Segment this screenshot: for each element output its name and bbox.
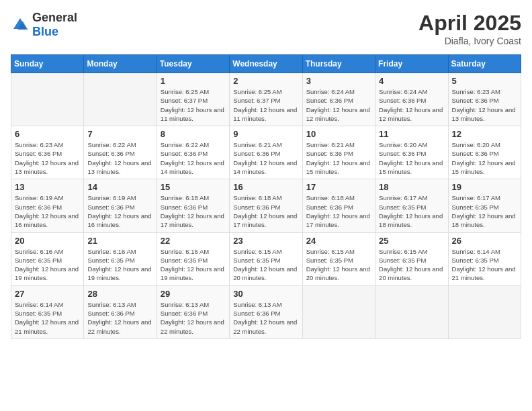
day-info: Sunrise: 6:16 AM Sunset: 6:35 PM Dayligh… — [87, 247, 152, 283]
day-number: 23 — [233, 236, 298, 246]
day-info: Sunrise: 6:23 AM Sunset: 6:36 PM Dayligh… — [452, 87, 517, 123]
day-info: Sunrise: 6:13 AM Sunset: 6:36 PM Dayligh… — [87, 300, 152, 336]
days-header-row: SundayMondayTuesdayWednesdayThursdayFrid… — [11, 55, 521, 73]
day-number: 11 — [379, 129, 444, 139]
day-number: 17 — [306, 182, 371, 192]
day-number: 30 — [233, 289, 298, 299]
day-number: 20 — [15, 236, 80, 246]
calendar: SundayMondayTuesdayWednesdayThursdayFrid… — [11, 54, 521, 339]
day-info: Sunrise: 6:18 AM Sunset: 6:36 PM Dayligh… — [161, 193, 226, 229]
day-info: Sunrise: 6:14 AM Sunset: 6:35 PM Dayligh… — [15, 300, 80, 336]
calendar-cell: 13Sunrise: 6:19 AM Sunset: 6:36 PM Dayli… — [11, 179, 84, 232]
day-number: 1 — [161, 76, 226, 86]
logo-blue: Blue — [32, 25, 58, 38]
logo: General Blue — [11, 11, 77, 39]
day-number: 22 — [161, 236, 226, 246]
header: General Blue April 2025 Diafla, Ivory Co… — [11, 11, 521, 46]
calendar-cell: 15Sunrise: 6:18 AM Sunset: 6:36 PM Dayli… — [157, 179, 229, 232]
calendar-cell: 25Sunrise: 6:15 AM Sunset: 6:35 PM Dayli… — [375, 232, 448, 285]
day-info: Sunrise: 6:25 AM Sunset: 6:37 PM Dayligh… — [233, 87, 298, 123]
day-number: 14 — [87, 182, 152, 192]
day-info: Sunrise: 6:23 AM Sunset: 6:36 PM Dayligh… — [15, 140, 80, 176]
calendar-cell: 22Sunrise: 6:16 AM Sunset: 6:35 PM Dayli… — [157, 232, 229, 285]
day-number: 29 — [161, 289, 226, 299]
calendar-cell: 11Sunrise: 6:20 AM Sunset: 6:36 PM Dayli… — [375, 126, 448, 179]
day-info: Sunrise: 6:22 AM Sunset: 6:36 PM Dayligh… — [161, 140, 226, 176]
logo-general: General — [32, 11, 77, 24]
day-header-friday: Friday — [375, 55, 448, 73]
day-info: Sunrise: 6:21 AM Sunset: 6:36 PM Dayligh… — [233, 140, 298, 176]
day-info: Sunrise: 6:21 AM Sunset: 6:36 PM Dayligh… — [306, 140, 371, 176]
calendar-cell: 7Sunrise: 6:22 AM Sunset: 6:36 PM Daylig… — [84, 126, 157, 179]
calendar-cell: 26Sunrise: 6:14 AM Sunset: 6:35 PM Dayli… — [448, 232, 521, 285]
calendar-cell: 1Sunrise: 6:25 AM Sunset: 6:37 PM Daylig… — [157, 73, 229, 126]
day-info: Sunrise: 6:17 AM Sunset: 6:35 PM Dayligh… — [379, 193, 444, 229]
day-info: Sunrise: 6:16 AM Sunset: 6:35 PM Dayligh… — [15, 247, 80, 283]
day-number: 10 — [306, 129, 371, 139]
day-info: Sunrise: 6:20 AM Sunset: 6:36 PM Dayligh… — [452, 140, 517, 176]
day-info: Sunrise: 6:19 AM Sunset: 6:36 PM Dayligh… — [87, 193, 152, 229]
day-number: 18 — [379, 182, 444, 192]
calendar-cell: 30Sunrise: 6:13 AM Sunset: 6:36 PM Dayli… — [230, 285, 302, 338]
day-info: Sunrise: 6:20 AM Sunset: 6:36 PM Dayligh… — [379, 140, 444, 176]
calendar-cell: 29Sunrise: 6:13 AM Sunset: 6:36 PM Dayli… — [157, 285, 229, 338]
day-info: Sunrise: 6:15 AM Sunset: 6:35 PM Dayligh… — [306, 247, 371, 283]
day-number: 6 — [15, 129, 80, 139]
day-header-sunday: Sunday — [11, 55, 84, 73]
calendar-cell — [84, 73, 157, 126]
week-row-4: 20Sunrise: 6:16 AM Sunset: 6:35 PM Dayli… — [11, 232, 521, 285]
calendar-cell: 2Sunrise: 6:25 AM Sunset: 6:37 PM Daylig… — [230, 73, 302, 126]
calendar-cell: 9Sunrise: 6:21 AM Sunset: 6:36 PM Daylig… — [230, 126, 302, 179]
day-number: 16 — [233, 182, 298, 192]
day-header-thursday: Thursday — [302, 55, 375, 73]
calendar-cell: 16Sunrise: 6:18 AM Sunset: 6:36 PM Dayli… — [230, 179, 302, 232]
day-number: 9 — [233, 129, 298, 139]
day-info: Sunrise: 6:15 AM Sunset: 6:35 PM Dayligh… — [379, 247, 444, 283]
day-info: Sunrise: 6:18 AM Sunset: 6:36 PM Dayligh… — [306, 193, 371, 229]
day-info: Sunrise: 6:24 AM Sunset: 6:36 PM Dayligh… — [379, 87, 444, 123]
calendar-cell: 12Sunrise: 6:20 AM Sunset: 6:36 PM Dayli… — [448, 126, 521, 179]
day-info: Sunrise: 6:19 AM Sunset: 6:36 PM Dayligh… — [15, 193, 80, 229]
calendar-cell: 24Sunrise: 6:15 AM Sunset: 6:35 PM Dayli… — [302, 232, 375, 285]
calendar-cell: 21Sunrise: 6:16 AM Sunset: 6:35 PM Dayli… — [84, 232, 157, 285]
logo-icon — [11, 15, 30, 34]
sub-title: Diafla, Ivory Coast — [418, 36, 521, 46]
calendar-cell — [11, 73, 84, 126]
calendar-cell: 19Sunrise: 6:17 AM Sunset: 6:35 PM Dayli… — [448, 179, 521, 232]
day-info: Sunrise: 6:22 AM Sunset: 6:36 PM Dayligh… — [87, 140, 152, 176]
day-number: 28 — [87, 289, 152, 299]
day-number: 25 — [379, 236, 444, 246]
calendar-cell — [302, 285, 375, 338]
week-row-2: 6Sunrise: 6:23 AM Sunset: 6:36 PM Daylig… — [11, 126, 521, 179]
day-number: 7 — [87, 129, 152, 139]
day-number: 19 — [452, 182, 517, 192]
calendar-cell: 3Sunrise: 6:24 AM Sunset: 6:36 PM Daylig… — [302, 73, 375, 126]
day-number: 2 — [233, 76, 298, 86]
day-info: Sunrise: 6:18 AM Sunset: 6:36 PM Dayligh… — [233, 193, 298, 229]
day-number: 26 — [452, 236, 517, 246]
day-number: 24 — [306, 236, 371, 246]
calendar-cell — [375, 285, 448, 338]
main-title: April 2025 — [418, 11, 521, 36]
calendar-cell: 10Sunrise: 6:21 AM Sunset: 6:36 PM Dayli… — [302, 126, 375, 179]
calendar-cell: 27Sunrise: 6:14 AM Sunset: 6:35 PM Dayli… — [11, 285, 84, 338]
day-info: Sunrise: 6:14 AM Sunset: 6:35 PM Dayligh… — [452, 247, 517, 283]
title-area: April 2025 Diafla, Ivory Coast — [418, 11, 521, 46]
day-number: 27 — [15, 289, 80, 299]
calendar-cell: 20Sunrise: 6:16 AM Sunset: 6:35 PM Dayli… — [11, 232, 84, 285]
calendar-cell: 28Sunrise: 6:13 AM Sunset: 6:36 PM Dayli… — [84, 285, 157, 338]
day-info: Sunrise: 6:15 AM Sunset: 6:35 PM Dayligh… — [233, 247, 298, 283]
day-number: 15 — [161, 182, 226, 192]
day-number: 3 — [306, 76, 371, 86]
day-number: 21 — [87, 236, 152, 246]
day-number: 8 — [161, 129, 226, 139]
calendar-cell: 18Sunrise: 6:17 AM Sunset: 6:35 PM Dayli… — [375, 179, 448, 232]
day-header-saturday: Saturday — [448, 55, 521, 73]
day-info: Sunrise: 6:13 AM Sunset: 6:36 PM Dayligh… — [233, 300, 298, 336]
day-header-tuesday: Tuesday — [157, 55, 229, 73]
calendar-cell: 23Sunrise: 6:15 AM Sunset: 6:35 PM Dayli… — [230, 232, 302, 285]
day-info: Sunrise: 6:17 AM Sunset: 6:35 PM Dayligh… — [452, 193, 517, 229]
day-number: 5 — [452, 76, 517, 86]
day-info: Sunrise: 6:25 AM Sunset: 6:37 PM Dayligh… — [161, 87, 226, 123]
calendar-cell: 14Sunrise: 6:19 AM Sunset: 6:36 PM Dayli… — [84, 179, 157, 232]
